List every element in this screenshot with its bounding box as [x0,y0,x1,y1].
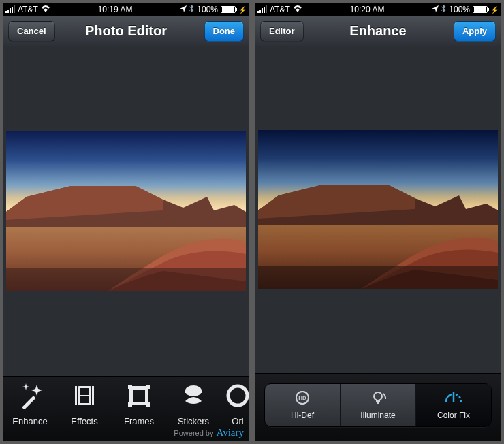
tool-label: Ori [232,416,243,426]
powered-label: Powered by [174,429,213,437]
location-icon [180,5,187,14]
battery-icon [473,6,488,13]
film-icon [71,382,98,412]
svg-rect-2 [6,268,246,291]
cancel-button[interactable]: Cancel [8,21,55,42]
hd-icon: HD [292,390,313,408]
tool-stickers[interactable]: Stickers [166,382,221,426]
svg-rect-8 [80,396,89,403]
status-bar: AT&T 10:19 AM 100% ⚡ [3,3,249,16]
tool-label: Effects [71,416,98,426]
charging-icon: ⚡ [490,6,499,14]
gauge-icon [443,390,464,408]
phone-right: AT&T 10:20 AM 100% ⚡ Editor Enhance Appl… [255,3,501,441]
bluetooth-icon [441,5,446,14]
brand-label: Aviary [216,427,244,439]
carrier: AT&T [270,5,290,14]
tool-frames[interactable]: Frames [112,382,166,426]
segment-label: Color Fix [437,411,470,420]
svg-rect-12 [146,385,150,389]
svg-rect-16 [185,391,202,393]
svg-rect-11 [128,385,132,389]
tool-effects[interactable]: Effects [57,382,112,426]
svg-text:HD: HD [298,395,306,401]
signal-icon [5,6,15,13]
tool-orientation[interactable]: Ori [221,382,249,426]
carrier: AT&T [18,5,38,14]
segment-colorfix[interactable]: Color Fix [416,384,491,426]
enhance-segmented: HD Hi-Def Illuminate Color Fix [264,383,492,427]
svg-rect-10 [92,386,94,405]
segment-label: Illuminate [360,411,395,420]
enhance-toolbar: HD Hi-Def Illuminate Color Fix [255,373,501,441]
photo-canvas[interactable] [255,46,501,373]
tool-label: Frames [124,416,154,426]
signal-icon [257,6,267,13]
tool-toolbar: Enhance Effects Frames Stickers Ori [3,376,249,441]
wifi-icon [293,5,302,15]
bulb-icon [368,390,388,408]
svg-point-23 [374,392,382,400]
nav-bar: Cancel Photo Editor Done [3,16,249,46]
segment-label: Hi-Def [291,411,314,420]
clock: 10:19 AM [98,5,133,14]
svg-rect-13 [128,402,132,407]
segment-illuminate[interactable]: Illuminate [341,384,416,426]
frame-icon [125,382,153,412]
segment-hidef[interactable]: HD Hi-Def [265,384,341,426]
svg-marker-5 [22,383,29,390]
done-button[interactable]: Done [204,21,245,42]
tool-label: Enhance [12,416,47,426]
rotate-icon [224,382,249,412]
charging-icon: ⚡ [238,6,247,14]
sticker-icon [180,382,207,412]
svg-rect-20 [258,266,498,289]
phone-left: AT&T 10:19 AM 100% ⚡ Cancel Photo Editor… [3,3,249,441]
svg-point-17 [228,386,247,405]
status-bar: AT&T 10:20 AM 100% ⚡ [255,3,501,16]
svg-rect-14 [146,402,150,407]
battery-pct: 100% [197,5,218,14]
svg-rect-9 [75,386,77,405]
clock: 10:20 AM [350,5,385,14]
wifi-icon [41,5,50,15]
back-button[interactable]: Editor [260,21,304,42]
svg-rect-7 [80,388,89,395]
apply-button[interactable]: Apply [454,21,496,42]
photo-canvas[interactable] [3,46,249,376]
tool-label: Stickers [178,416,209,426]
svg-rect-3 [22,396,36,409]
wand-icon [16,382,44,412]
powered-by: Powered by Aviary [174,427,244,439]
svg-marker-4 [31,385,42,396]
edited-photo [6,131,246,291]
nav-bar: Editor Enhance Apply [255,16,501,46]
battery-icon [221,6,236,13]
location-icon [432,5,439,14]
tool-enhance[interactable]: Enhance [3,382,57,426]
edited-photo [258,130,498,289]
bluetooth-icon [189,5,194,14]
battery-pct: 100% [449,5,470,14]
